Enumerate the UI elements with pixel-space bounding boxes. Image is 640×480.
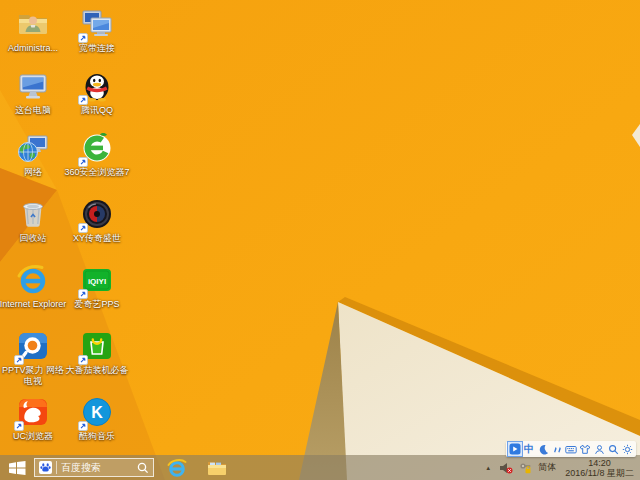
ime-skin-icon[interactable] xyxy=(578,442,592,456)
soft-keyboard-icon[interactable] xyxy=(564,442,578,456)
broadband-connection-icon xyxy=(79,6,115,42)
desktop-icon-360-browser[interactable]: 360安全浏览器7 xyxy=(65,130,129,178)
language-indicator[interactable]: 简体 xyxy=(538,461,556,474)
ime-account-icon[interactable] xyxy=(592,442,606,456)
desktop-icon-recycle-bin[interactable]: 回收站 xyxy=(1,196,65,244)
taskbar-clock[interactable]: 14:20 2016/11/8 星期二 xyxy=(562,458,637,478)
desktop-icon-label: 网络 xyxy=(0,167,67,178)
taskbar-ie-button[interactable] xyxy=(160,455,194,480)
svg-text:iQIYI: iQIYI xyxy=(88,277,106,286)
system-tray: ▲ 简体 14:20 2016/11/8 星期二 xyxy=(483,455,637,480)
clock-date: 2016/11/8 星期二 xyxy=(565,468,634,478)
desktop-icon-label: Administra... xyxy=(0,43,67,54)
ime-language-bar: 中 xyxy=(506,441,636,457)
windows-logo-icon xyxy=(9,461,26,475)
360-browser-icon xyxy=(79,130,115,166)
this-pc-icon xyxy=(15,68,51,104)
volume-muted-icon[interactable] xyxy=(499,462,513,474)
desktop-icon-internet-explorer[interactable]: Internet Explorer xyxy=(1,262,65,310)
chinese-punctuation-icon[interactable] xyxy=(550,442,564,456)
desktop-icon-label: 这台电脑 xyxy=(0,105,67,116)
desktop-icon-kugou-music[interactable]: K酷狗音乐 xyxy=(65,394,129,442)
baidu-logo-icon xyxy=(39,461,52,474)
pptv-icon xyxy=(15,328,51,364)
desktop-icon-label: 酷狗音乐 xyxy=(63,431,131,442)
desktop-icon-label: 回收站 xyxy=(0,233,67,244)
desktop-icon-xy-game[interactable]: XY传奇盛世 xyxy=(65,196,129,244)
chinese-mode-icon[interactable]: 中 xyxy=(522,442,536,456)
search-divider xyxy=(56,461,57,474)
desktop-icon-this-pc[interactable]: 这台电脑 xyxy=(1,68,65,116)
desktop-icon-label: 宽带连接 xyxy=(63,43,131,54)
desktop-icon-label: 大番茄装机必备 xyxy=(63,365,131,376)
desktop-icon-broadband-connection[interactable]: 宽带连接 xyxy=(65,6,129,54)
big-tomato-icon xyxy=(79,328,115,364)
start-button[interactable] xyxy=(0,455,34,480)
taskbar-file-explorer-button[interactable] xyxy=(200,455,234,480)
ime-search-icon[interactable] xyxy=(606,442,620,456)
desktop-icon-pptv[interactable]: PPTV聚力 网络电视 xyxy=(1,328,65,386)
desktop-icon-administrator-folder[interactable]: Administra... xyxy=(1,6,65,54)
desktop-icon-big-tomato[interactable]: 大番茄装机必备 xyxy=(65,328,129,376)
file-explorer-icon xyxy=(207,459,227,476)
taskbar-search-box[interactable] xyxy=(34,458,154,477)
xy-game-icon xyxy=(79,196,115,232)
desktop-icon-tencent-qq[interactable]: 腾讯QQ xyxy=(65,68,129,116)
search-input[interactable] xyxy=(61,462,137,473)
desktop-icon-label: 360安全浏览器7 xyxy=(63,167,131,178)
baidu-ime-logo-icon[interactable] xyxy=(508,442,522,456)
desktop-icon-label: 爱奇艺PPS xyxy=(63,299,131,310)
desktop-icon-network[interactable]: 网络 xyxy=(1,130,65,178)
security-keys-tray-icon[interactable] xyxy=(519,462,532,474)
iqiyi-pps-icon: iQIYI xyxy=(79,262,115,298)
recycle-bin-icon xyxy=(15,196,51,232)
desktop-icon-label: Internet Explorer xyxy=(0,299,67,310)
uc-browser-icon xyxy=(15,394,51,430)
desktop-icon-label: PPTV聚力 网络电视 xyxy=(0,365,67,386)
show-hidden-icons-button[interactable]: ▲ xyxy=(483,463,493,473)
svg-text:K: K xyxy=(91,404,103,421)
desktop-icon-iqiyi-pps[interactable]: iQIYI爱奇艺PPS xyxy=(65,262,129,310)
internet-explorer-icon xyxy=(167,458,187,478)
kugou-music-icon: K xyxy=(79,394,115,430)
desktop-icon-label: UC浏览器 xyxy=(0,431,67,442)
desktop-icon-uc-browser[interactable]: UC浏览器 xyxy=(1,394,65,442)
taskbar: ▲ 简体 14:20 2016/11/8 星期二 xyxy=(0,455,640,480)
desktop-icon-label: 腾讯QQ xyxy=(63,105,131,116)
network-icon xyxy=(15,130,51,166)
internet-explorer-icon xyxy=(15,262,51,298)
ime-settings-icon[interactable] xyxy=(620,442,634,456)
tencent-qq-icon xyxy=(79,68,115,104)
clock-time: 14:20 xyxy=(588,458,611,468)
administrator-folder-icon xyxy=(15,6,51,42)
fullwidth-toggle-moon-icon[interactable] xyxy=(536,442,550,456)
desktop-icon-label: XY传奇盛世 xyxy=(63,233,131,244)
search-icon[interactable] xyxy=(137,462,149,474)
